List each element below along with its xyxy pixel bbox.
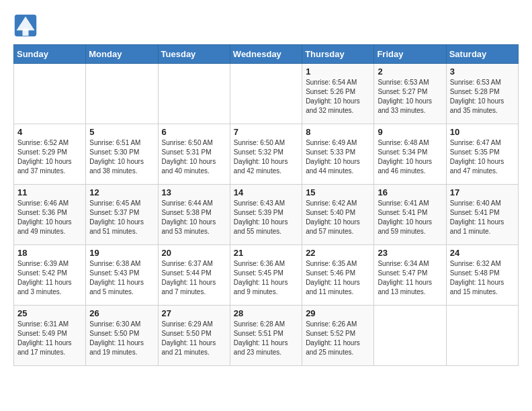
day-detail: Sunrise: 6:40 AM Sunset: 5:41 PM Dayligh…: [450, 199, 515, 236]
day-detail: Sunrise: 6:34 AM Sunset: 5:47 PM Dayligh…: [378, 259, 442, 297]
day-number: 11: [17, 187, 82, 197]
calendar-cell: 22Sunrise: 6:35 AM Sunset: 5:46 PM Dayli…: [302, 245, 374, 306]
day-detail: Sunrise: 6:29 AM Sunset: 5:50 PM Dayligh…: [162, 320, 226, 357]
day-detail: Sunrise: 6:42 AM Sunset: 5:40 PM Dayligh…: [306, 199, 370, 236]
day-number: 10: [450, 127, 515, 137]
day-detail: Sunrise: 6:44 AM Sunset: 5:38 PM Dayligh…: [162, 199, 226, 236]
day-detail: Sunrise: 6:52 AM Sunset: 5:29 PM Dayligh…: [17, 138, 82, 176]
weekday-header-monday: Monday: [86, 45, 158, 64]
calendar-cell: 1Sunrise: 6:54 AM Sunset: 5:26 PM Daylig…: [302, 64, 374, 124]
calendar-cell: [158, 64, 230, 124]
day-number: 21: [234, 248, 298, 258]
page-header: [13, 13, 519, 38]
day-number: 24: [450, 248, 515, 258]
day-number: 4: [17, 127, 82, 137]
day-number: 26: [89, 308, 154, 318]
day-detail: Sunrise: 6:28 AM Sunset: 5:51 PM Dayligh…: [234, 320, 298, 357]
day-detail: Sunrise: 6:45 AM Sunset: 5:37 PM Dayligh…: [89, 199, 154, 236]
calendar-cell: 26Sunrise: 6:30 AM Sunset: 5:50 PM Dayli…: [86, 306, 158, 366]
day-number: 1: [306, 66, 370, 77]
calendar-cell: 3Sunrise: 6:53 AM Sunset: 5:28 PM Daylig…: [446, 64, 518, 124]
day-number: 25: [17, 308, 82, 318]
calendar-cell: 13Sunrise: 6:44 AM Sunset: 5:38 PM Dayli…: [158, 185, 230, 245]
day-detail: Sunrise: 6:26 AM Sunset: 5:52 PM Dayligh…: [306, 320, 370, 357]
weekday-row: SundayMondayTuesdayWednesdayThursdayFrid…: [14, 45, 519, 64]
day-detail: Sunrise: 6:39 AM Sunset: 5:42 PM Dayligh…: [17, 259, 82, 297]
calendar-cell: 23Sunrise: 6:34 AM Sunset: 5:47 PM Dayli…: [374, 245, 446, 306]
calendar-cell: 8Sunrise: 6:49 AM Sunset: 5:33 PM Daylig…: [302, 124, 374, 185]
day-detail: Sunrise: 6:30 AM Sunset: 5:50 PM Dayligh…: [89, 320, 154, 357]
calendar-cell: [374, 306, 446, 366]
calendar-header: SundayMondayTuesdayWednesdayThursdayFrid…: [14, 45, 519, 64]
calendar-cell: 11Sunrise: 6:46 AM Sunset: 5:36 PM Dayli…: [14, 185, 86, 245]
calendar-cell: 25Sunrise: 6:31 AM Sunset: 5:49 PM Dayli…: [14, 306, 86, 366]
week-row-2: 4Sunrise: 6:52 AM Sunset: 5:29 PM Daylig…: [14, 124, 519, 185]
calendar-cell: 18Sunrise: 6:39 AM Sunset: 5:42 PM Dayli…: [14, 245, 86, 306]
day-detail: Sunrise: 6:47 AM Sunset: 5:35 PM Dayligh…: [450, 138, 515, 176]
day-detail: Sunrise: 6:53 AM Sunset: 5:28 PM Dayligh…: [450, 78, 515, 116]
day-number: 16: [378, 187, 442, 197]
calendar-cell: 17Sunrise: 6:40 AM Sunset: 5:41 PM Dayli…: [446, 185, 518, 245]
day-detail: Sunrise: 6:48 AM Sunset: 5:34 PM Dayligh…: [378, 138, 442, 176]
day-number: 27: [162, 308, 226, 318]
week-row-4: 18Sunrise: 6:39 AM Sunset: 5:42 PM Dayli…: [14, 245, 519, 306]
calendar-cell: [86, 64, 158, 124]
day-number: 28: [234, 308, 298, 318]
day-detail: Sunrise: 6:46 AM Sunset: 5:36 PM Dayligh…: [17, 199, 82, 236]
week-row-1: 1Sunrise: 6:54 AM Sunset: 5:26 PM Daylig…: [14, 64, 519, 124]
day-detail: Sunrise: 6:36 AM Sunset: 5:45 PM Dayligh…: [234, 259, 298, 297]
weekday-header-saturday: Saturday: [446, 45, 518, 64]
day-number: 9: [378, 127, 442, 137]
day-detail: Sunrise: 6:51 AM Sunset: 5:30 PM Dayligh…: [89, 138, 154, 176]
day-number: 23: [378, 248, 442, 258]
day-detail: Sunrise: 6:37 AM Sunset: 5:44 PM Dayligh…: [162, 259, 226, 297]
day-number: 8: [306, 127, 370, 137]
calendar-body: 1Sunrise: 6:54 AM Sunset: 5:26 PM Daylig…: [14, 64, 519, 366]
calendar-cell: 7Sunrise: 6:50 AM Sunset: 5:32 PM Daylig…: [230, 124, 302, 185]
day-number: 2: [378, 66, 442, 77]
calendar-cell: [230, 64, 302, 124]
day-number: 17: [450, 187, 515, 197]
weekday-header-thursday: Thursday: [302, 45, 374, 64]
calendar-cell: [446, 306, 518, 366]
day-number: 18: [17, 248, 82, 258]
weekday-header-sunday: Sunday: [14, 45, 86, 64]
calendar-cell: 16Sunrise: 6:41 AM Sunset: 5:41 PM Dayli…: [374, 185, 446, 245]
calendar-cell: 19Sunrise: 6:38 AM Sunset: 5:43 PM Dayli…: [86, 245, 158, 306]
day-detail: Sunrise: 6:49 AM Sunset: 5:33 PM Dayligh…: [306, 138, 370, 176]
day-number: 14: [234, 187, 298, 197]
day-detail: Sunrise: 6:38 AM Sunset: 5:43 PM Dayligh…: [89, 259, 154, 297]
calendar-cell: 9Sunrise: 6:48 AM Sunset: 5:34 PM Daylig…: [374, 124, 446, 185]
calendar-table: SundayMondayTuesdayWednesdayThursdayFrid…: [13, 44, 519, 366]
day-detail: Sunrise: 6:50 AM Sunset: 5:32 PM Dayligh…: [234, 138, 298, 176]
calendar-cell: 10Sunrise: 6:47 AM Sunset: 5:35 PM Dayli…: [446, 124, 518, 185]
day-detail: Sunrise: 6:43 AM Sunset: 5:39 PM Dayligh…: [234, 199, 298, 236]
calendar-cell: 6Sunrise: 6:50 AM Sunset: 5:31 PM Daylig…: [158, 124, 230, 185]
day-detail: Sunrise: 6:31 AM Sunset: 5:49 PM Dayligh…: [17, 320, 82, 357]
day-detail: Sunrise: 6:50 AM Sunset: 5:31 PM Dayligh…: [162, 138, 226, 176]
calendar-cell: 24Sunrise: 6:32 AM Sunset: 5:48 PM Dayli…: [446, 245, 518, 306]
day-number: 3: [450, 66, 515, 77]
svg-rect-2: [23, 29, 29, 36]
calendar-cell: 28Sunrise: 6:28 AM Sunset: 5:51 PM Dayli…: [230, 306, 302, 366]
day-number: 20: [162, 248, 226, 258]
logo: [13, 13, 42, 38]
calendar-cell: 4Sunrise: 6:52 AM Sunset: 5:29 PM Daylig…: [14, 124, 86, 185]
calendar-cell: 21Sunrise: 6:36 AM Sunset: 5:45 PM Dayli…: [230, 245, 302, 306]
logo-icon: [13, 13, 38, 38]
day-number: 19: [89, 248, 154, 258]
day-number: 12: [89, 187, 154, 197]
weekday-header-friday: Friday: [374, 45, 446, 64]
day-number: 13: [162, 187, 226, 197]
week-row-5: 25Sunrise: 6:31 AM Sunset: 5:49 PM Dayli…: [14, 306, 519, 366]
day-detail: Sunrise: 6:53 AM Sunset: 5:27 PM Dayligh…: [378, 78, 442, 116]
calendar-cell: 29Sunrise: 6:26 AM Sunset: 5:52 PM Dayli…: [302, 306, 374, 366]
day-number: 29: [306, 308, 370, 318]
calendar-cell: [14, 64, 86, 124]
day-number: 15: [306, 187, 370, 197]
day-number: 5: [89, 127, 154, 137]
calendar-cell: 20Sunrise: 6:37 AM Sunset: 5:44 PM Dayli…: [158, 245, 230, 306]
calendar-cell: 12Sunrise: 6:45 AM Sunset: 5:37 PM Dayli…: [86, 185, 158, 245]
day-number: 6: [162, 127, 226, 137]
weekday-header-tuesday: Tuesday: [158, 45, 230, 64]
